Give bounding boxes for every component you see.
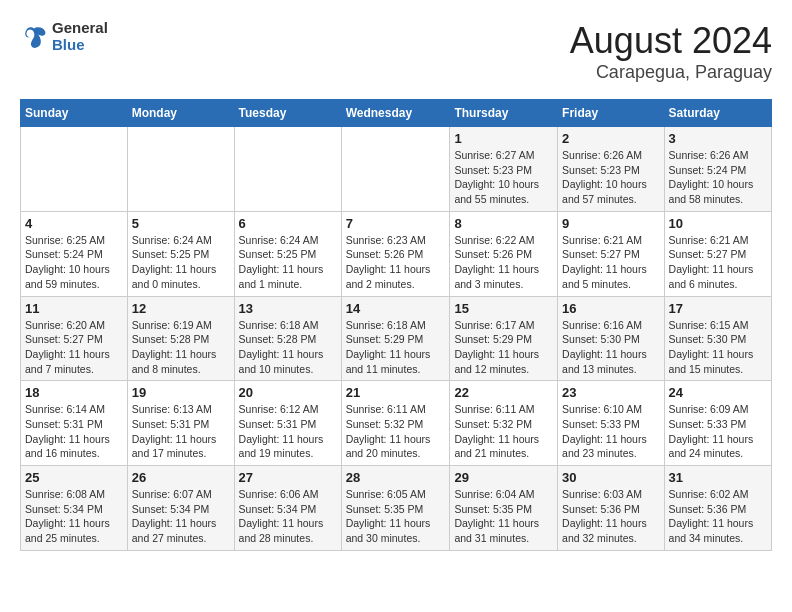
calendar-cell: 20Sunrise: 6:12 AMSunset: 5:31 PMDayligh… [234, 381, 341, 466]
day-number: 23 [562, 385, 659, 400]
calendar-cell: 6Sunrise: 6:24 AMSunset: 5:25 PMDaylight… [234, 211, 341, 296]
day-detail: Sunrise: 6:17 AMSunset: 5:29 PMDaylight:… [454, 318, 553, 377]
day-number: 6 [239, 216, 337, 231]
day-detail: Sunrise: 6:03 AMSunset: 5:36 PMDaylight:… [562, 487, 659, 546]
calendar-cell: 12Sunrise: 6:19 AMSunset: 5:28 PMDayligh… [127, 296, 234, 381]
day-number: 19 [132, 385, 230, 400]
day-number: 28 [346, 470, 446, 485]
calendar-cell [127, 127, 234, 212]
day-detail: Sunrise: 6:04 AMSunset: 5:35 PMDaylight:… [454, 487, 553, 546]
header-day-tuesday: Tuesday [234, 100, 341, 127]
calendar-cell: 10Sunrise: 6:21 AMSunset: 5:27 PMDayligh… [664, 211, 771, 296]
calendar-cell: 31Sunrise: 6:02 AMSunset: 5:36 PMDayligh… [664, 466, 771, 551]
logo-text: General Blue [52, 20, 108, 53]
day-detail: Sunrise: 6:19 AMSunset: 5:28 PMDaylight:… [132, 318, 230, 377]
calendar-body: 1Sunrise: 6:27 AMSunset: 5:23 PMDaylight… [21, 127, 772, 551]
calendar-cell: 30Sunrise: 6:03 AMSunset: 5:36 PMDayligh… [558, 466, 664, 551]
day-detail: Sunrise: 6:12 AMSunset: 5:31 PMDaylight:… [239, 402, 337, 461]
calendar-week-3: 11Sunrise: 6:20 AMSunset: 5:27 PMDayligh… [21, 296, 772, 381]
header-day-monday: Monday [127, 100, 234, 127]
calendar-cell: 19Sunrise: 6:13 AMSunset: 5:31 PMDayligh… [127, 381, 234, 466]
header-row: SundayMondayTuesdayWednesdayThursdayFrid… [21, 100, 772, 127]
calendar-subtitle: Carapegua, Paraguay [570, 62, 772, 83]
day-detail: Sunrise: 6:20 AMSunset: 5:27 PMDaylight:… [25, 318, 123, 377]
calendar-cell [341, 127, 450, 212]
day-detail: Sunrise: 6:21 AMSunset: 5:27 PMDaylight:… [669, 233, 767, 292]
day-detail: Sunrise: 6:22 AMSunset: 5:26 PMDaylight:… [454, 233, 553, 292]
day-number: 16 [562, 301, 659, 316]
day-number: 24 [669, 385, 767, 400]
calendar-cell: 24Sunrise: 6:09 AMSunset: 5:33 PMDayligh… [664, 381, 771, 466]
day-detail: Sunrise: 6:14 AMSunset: 5:31 PMDaylight:… [25, 402, 123, 461]
day-detail: Sunrise: 6:05 AMSunset: 5:35 PMDaylight:… [346, 487, 446, 546]
day-number: 10 [669, 216, 767, 231]
calendar-table: SundayMondayTuesdayWednesdayThursdayFrid… [20, 99, 772, 551]
day-detail: Sunrise: 6:02 AMSunset: 5:36 PMDaylight:… [669, 487, 767, 546]
day-number: 9 [562, 216, 659, 231]
day-number: 8 [454, 216, 553, 231]
title-block: August 2024 Carapegua, Paraguay [570, 20, 772, 83]
calendar-cell: 13Sunrise: 6:18 AMSunset: 5:28 PMDayligh… [234, 296, 341, 381]
day-number: 3 [669, 131, 767, 146]
header-day-thursday: Thursday [450, 100, 558, 127]
header-day-friday: Friday [558, 100, 664, 127]
calendar-cell: 7Sunrise: 6:23 AMSunset: 5:26 PMDaylight… [341, 211, 450, 296]
day-detail: Sunrise: 6:09 AMSunset: 5:33 PMDaylight:… [669, 402, 767, 461]
day-detail: Sunrise: 6:21 AMSunset: 5:27 PMDaylight:… [562, 233, 659, 292]
day-number: 2 [562, 131, 659, 146]
day-detail: Sunrise: 6:26 AMSunset: 5:24 PMDaylight:… [669, 148, 767, 207]
day-number: 12 [132, 301, 230, 316]
day-number: 27 [239, 470, 337, 485]
day-number: 11 [25, 301, 123, 316]
logo-general: General [52, 20, 108, 37]
calendar-cell: 5Sunrise: 6:24 AMSunset: 5:25 PMDaylight… [127, 211, 234, 296]
day-number: 5 [132, 216, 230, 231]
calendar-cell: 11Sunrise: 6:20 AMSunset: 5:27 PMDayligh… [21, 296, 128, 381]
calendar-cell: 22Sunrise: 6:11 AMSunset: 5:32 PMDayligh… [450, 381, 558, 466]
calendar-title: August 2024 [570, 20, 772, 62]
day-number: 14 [346, 301, 446, 316]
day-number: 17 [669, 301, 767, 316]
day-detail: Sunrise: 6:08 AMSunset: 5:34 PMDaylight:… [25, 487, 123, 546]
header-day-saturday: Saturday [664, 100, 771, 127]
calendar-cell [234, 127, 341, 212]
day-detail: Sunrise: 6:24 AMSunset: 5:25 PMDaylight:… [239, 233, 337, 292]
header-day-sunday: Sunday [21, 100, 128, 127]
day-detail: Sunrise: 6:11 AMSunset: 5:32 PMDaylight:… [346, 402, 446, 461]
calendar-week-4: 18Sunrise: 6:14 AMSunset: 5:31 PMDayligh… [21, 381, 772, 466]
day-number: 31 [669, 470, 767, 485]
day-detail: Sunrise: 6:16 AMSunset: 5:30 PMDaylight:… [562, 318, 659, 377]
calendar-cell: 26Sunrise: 6:07 AMSunset: 5:34 PMDayligh… [127, 466, 234, 551]
calendar-cell: 18Sunrise: 6:14 AMSunset: 5:31 PMDayligh… [21, 381, 128, 466]
day-number: 1 [454, 131, 553, 146]
day-detail: Sunrise: 6:13 AMSunset: 5:31 PMDaylight:… [132, 402, 230, 461]
calendar-cell: 16Sunrise: 6:16 AMSunset: 5:30 PMDayligh… [558, 296, 664, 381]
day-number: 4 [25, 216, 123, 231]
logo: General Blue [20, 20, 108, 53]
day-number: 13 [239, 301, 337, 316]
day-number: 25 [25, 470, 123, 485]
calendar-cell: 28Sunrise: 6:05 AMSunset: 5:35 PMDayligh… [341, 466, 450, 551]
day-detail: Sunrise: 6:15 AMSunset: 5:30 PMDaylight:… [669, 318, 767, 377]
day-number: 22 [454, 385, 553, 400]
calendar-cell: 29Sunrise: 6:04 AMSunset: 5:35 PMDayligh… [450, 466, 558, 551]
calendar-cell: 15Sunrise: 6:17 AMSunset: 5:29 PMDayligh… [450, 296, 558, 381]
day-detail: Sunrise: 6:07 AMSunset: 5:34 PMDaylight:… [132, 487, 230, 546]
calendar-week-2: 4Sunrise: 6:25 AMSunset: 5:24 PMDaylight… [21, 211, 772, 296]
calendar-cell: 21Sunrise: 6:11 AMSunset: 5:32 PMDayligh… [341, 381, 450, 466]
header-day-wednesday: Wednesday [341, 100, 450, 127]
day-number: 7 [346, 216, 446, 231]
day-number: 18 [25, 385, 123, 400]
calendar-cell: 2Sunrise: 6:26 AMSunset: 5:23 PMDaylight… [558, 127, 664, 212]
calendar-cell: 27Sunrise: 6:06 AMSunset: 5:34 PMDayligh… [234, 466, 341, 551]
calendar-cell: 9Sunrise: 6:21 AMSunset: 5:27 PMDaylight… [558, 211, 664, 296]
day-detail: Sunrise: 6:26 AMSunset: 5:23 PMDaylight:… [562, 148, 659, 207]
page-header: General Blue August 2024 Carapegua, Para… [20, 20, 772, 83]
day-number: 30 [562, 470, 659, 485]
day-detail: Sunrise: 6:27 AMSunset: 5:23 PMDaylight:… [454, 148, 553, 207]
day-detail: Sunrise: 6:18 AMSunset: 5:28 PMDaylight:… [239, 318, 337, 377]
day-number: 21 [346, 385, 446, 400]
calendar-cell: 17Sunrise: 6:15 AMSunset: 5:30 PMDayligh… [664, 296, 771, 381]
day-detail: Sunrise: 6:18 AMSunset: 5:29 PMDaylight:… [346, 318, 446, 377]
day-detail: Sunrise: 6:24 AMSunset: 5:25 PMDaylight:… [132, 233, 230, 292]
